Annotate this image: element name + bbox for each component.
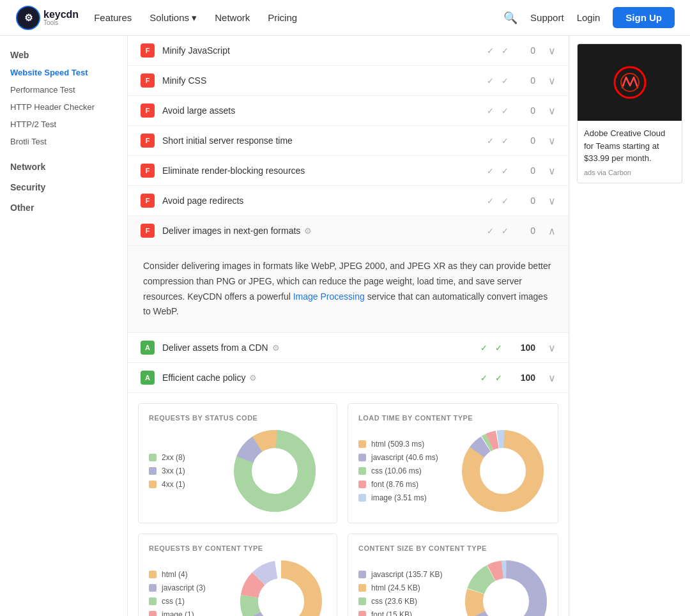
info-icon[interactable]: ⚙ <box>249 373 257 383</box>
chart-title: REQUESTS BY STATUS CODE <box>149 414 326 422</box>
check-label: Deliver assets from a CDN ⚙ <box>162 343 473 353</box>
check-score: 0 <box>516 135 535 146</box>
badge-f: F <box>141 43 155 58</box>
svg-point-24 <box>484 579 528 616</box>
logo-subtext: Tools <box>43 20 79 26</box>
tick1: ✓ <box>487 226 494 236</box>
legend-item: css (1) <box>149 597 226 606</box>
badge-f: F <box>141 164 155 178</box>
expand-icon[interactable]: ∨ <box>548 342 556 354</box>
chart-area: html (509.3 ms) javascript (40.6 ms) css… <box>358 429 548 512</box>
check-label: Eliminate render-blocking resources <box>162 166 479 176</box>
check-score: 0 <box>516 166 535 176</box>
check-score: 100 <box>510 373 535 383</box>
donut-container <box>223 429 326 512</box>
tick1: ✓ <box>480 343 487 353</box>
chart-title: LOAD TIME BY CONTENT TYPE <box>358 414 548 422</box>
legend-item: image (1) <box>149 610 226 616</box>
svg-point-12 <box>480 449 525 493</box>
legend-item: 4xx (1) <box>149 480 213 489</box>
tick2: ✓ <box>502 196 509 206</box>
legend-item: javascript (3) <box>149 583 226 592</box>
chart-content-size: CONTENT SIZE BY CONTENT TYPE javascript … <box>348 534 558 616</box>
sidebar-item-website-speed-test[interactable]: Website Speed Test <box>0 64 127 81</box>
chart-area: 2xx (8) 3xx (1) 4xx (1) <box>149 429 326 512</box>
sidebar: Web Website Speed Test Performance Test … <box>0 36 128 616</box>
ad-sidebar: Adobe Creative Cloud for Teams starting … <box>569 36 690 616</box>
badge-f: F <box>141 224 155 238</box>
sidebar-web-label: Web <box>0 46 127 64</box>
logo-icon: ⚙ <box>15 5 41 31</box>
check-label: Minify CSS <box>162 75 479 86</box>
legend-item: font (15 KB) <box>358 610 454 616</box>
main-content: F Minify JavaScript ✓ ✓ 0 ∨ F Minify CSS… <box>128 36 569 616</box>
navbar: ⚙ keycdn Tools Features Solutions ▾ Netw… <box>0 0 690 36</box>
expand-icon[interactable]: ∨ <box>548 105 556 117</box>
legend-item: 2xx (8) <box>149 453 213 462</box>
donut-container <box>236 560 326 616</box>
chart-requests-content: REQUESTS BY CONTENT TYPE html (4) javasc… <box>138 534 337 616</box>
legend-item: javascript (135.7 KB) <box>358 570 454 579</box>
expand-icon[interactable]: ∨ <box>548 372 556 384</box>
login-button[interactable]: Login <box>577 12 601 23</box>
tick2: ✓ <box>502 136 509 146</box>
check-row-cdn: A Deliver assets from a CDN ⚙ ✓ ✓ 100 ∨ <box>128 333 569 363</box>
nav-features[interactable]: Features <box>94 12 132 23</box>
check-score: 0 <box>516 45 535 56</box>
sidebar-item-performance-test[interactable]: Performance Test <box>0 81 127 98</box>
check-label: Deliver images in next-gen formats ⚙ <box>162 226 479 236</box>
check-row-minify-css: F Minify CSS ✓ ✓ 0 ∨ <box>128 66 569 96</box>
nav-solutions[interactable]: Solutions ▾ <box>150 12 197 24</box>
expand-icon[interactable]: ∨ <box>548 195 556 207</box>
check-label: Minify JavaScript <box>162 45 479 56</box>
check-score: 0 <box>516 196 535 206</box>
check-label: Avoid large assets <box>162 105 479 116</box>
sidebar-item-http-header-checker[interactable]: HTTP Header Checker <box>0 98 127 116</box>
search-icon[interactable]: 🔍 <box>503 11 518 25</box>
passing-checks: A Deliver assets from a CDN ⚙ ✓ ✓ 100 ∨ … <box>128 333 569 393</box>
sidebar-section-other: Other <box>0 199 127 217</box>
nav-pricing[interactable]: Pricing <box>268 12 297 23</box>
sidebar-item-brotli-test[interactable]: Brotli Test <box>0 133 127 150</box>
body-layout: Web Website Speed Test Performance Test … <box>0 36 690 616</box>
check-score: 0 <box>516 226 535 236</box>
check-row-render-blocking: F Eliminate render-blocking resources ✓ … <box>128 156 569 186</box>
legend-item: css (10.06 ms) <box>358 466 448 475</box>
logo-text: keycdn <box>43 10 79 20</box>
sidebar-security-label: Security <box>0 178 127 196</box>
badge-a: A <box>141 341 155 355</box>
info-icon[interactable]: ⚙ <box>304 226 312 236</box>
info-icon[interactable]: ⚙ <box>272 343 280 353</box>
expand-icon[interactable]: ∨ <box>548 135 556 147</box>
signup-button[interactable]: Sign Up <box>613 7 675 28</box>
image-processing-link[interactable]: Image Processing <box>293 291 365 302</box>
nav-network[interactable]: Network <box>215 12 250 23</box>
check-label: Short initial server response time <box>162 135 479 146</box>
sidebar-network-label: Network <box>0 158 127 176</box>
expand-icon[interactable]: ∨ <box>548 165 556 177</box>
collapse-icon[interactable]: ∧ <box>548 225 556 237</box>
legend-item: css (23.6 KB) <box>358 597 454 606</box>
sidebar-item-http2-test[interactable]: HTTP/2 Test <box>0 116 127 133</box>
expand-icon[interactable]: ∨ <box>548 75 556 87</box>
chart-title: CONTENT SIZE BY CONTENT TYPE <box>358 544 548 552</box>
legend-item: html (509.3 ms) <box>358 440 448 449</box>
logo[interactable]: ⚙ keycdn Tools <box>15 5 79 31</box>
support-button[interactable]: Support <box>530 12 564 23</box>
chart-legend: html (509.3 ms) javascript (40.6 ms) css… <box>358 440 448 502</box>
tick2: ✓ <box>502 106 509 116</box>
legend-item: font (8.76 ms) <box>358 480 448 489</box>
chart-legend: 2xx (8) 3xx (1) 4xx (1) <box>149 453 213 489</box>
donut-container <box>464 560 548 616</box>
expand-icon[interactable]: ∨ <box>548 45 556 57</box>
donut-container <box>458 429 548 512</box>
check-row-page-redirects: F Avoid page redirects ✓ ✓ 0 ∨ <box>128 186 569 216</box>
adobe-logo <box>611 63 649 102</box>
check-label: Efficient cache policy ⚙ <box>162 373 473 383</box>
tick1: ✓ <box>487 196 494 206</box>
ad-image[interactable] <box>578 44 682 121</box>
nav-links: Features Solutions ▾ Network Pricing <box>94 12 488 24</box>
chart-load-time: LOAD TIME BY CONTENT TYPE html (509.3 ms… <box>348 403 558 523</box>
check-row-server-response: F Short initial server response time ✓ ✓… <box>128 126 569 156</box>
tick2: ✓ <box>502 46 509 56</box>
